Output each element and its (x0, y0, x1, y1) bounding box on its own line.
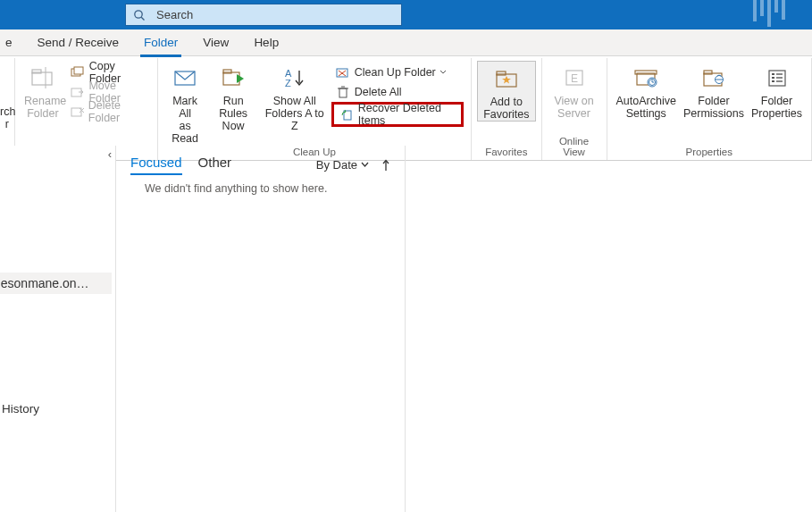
svg-rect-2 (32, 72, 52, 85)
search-placeholder: Search (156, 8, 193, 21)
rules-icon (221, 67, 246, 88)
chevron-down-icon (439, 69, 447, 76)
svg-point-0 (135, 10, 142, 17)
tab-view[interactable]: View (190, 29, 241, 56)
svg-text:E: E (571, 72, 578, 85)
svg-rect-43 (772, 80, 774, 82)
properties-icon (765, 67, 790, 88)
favorites-folder-icon (494, 68, 519, 89)
svg-rect-20 (339, 88, 347, 97)
mark-all-read-button[interactable]: Mark All as Read (163, 61, 207, 145)
recover-deleted-button[interactable]: Recover Deleted Items (337, 105, 458, 124)
sort-az-icon: AZ (281, 67, 308, 88)
autoarchive-button[interactable]: AutoArchive Settings (613, 61, 680, 120)
group-online-view: E View on Server Online View (542, 58, 607, 160)
search-icon (133, 9, 146, 21)
svg-rect-40 (776, 73, 783, 75)
tab-folder[interactable]: Folder (131, 29, 190, 56)
svg-rect-13 (223, 70, 231, 73)
content-area: ‹ miesonmane.on… History Focused Other B… (0, 146, 812, 512)
permissions-icon (701, 67, 726, 88)
svg-rect-41 (772, 77, 774, 79)
svg-text:Z: Z (285, 78, 291, 88)
collapse-handle[interactable]: ‹ (108, 147, 112, 161)
folder-properties-button[interactable]: Folder Properties (748, 61, 806, 120)
trash-icon (336, 86, 350, 98)
svg-rect-3 (32, 70, 41, 73)
folder-nav-pane: ‹ miesonmane.on… History (0, 146, 116, 512)
rename-folder-button: Rename Folder (21, 61, 65, 120)
tab-focused[interactable]: Focused (130, 155, 182, 175)
folder-rename-icon (29, 65, 56, 90)
delete-folder-button: Delete Folder (67, 102, 150, 122)
clean-up-folder-button[interactable]: Clean Up Folder (331, 63, 464, 82)
svg-rect-39 (772, 73, 774, 75)
sort-by-date[interactable]: By Date (316, 158, 369, 172)
group-favorites: Add to Favorites Favorites (472, 58, 541, 160)
message-list-pane: Focused Other By Date We didn't find any… (116, 146, 406, 512)
svg-rect-25 (497, 71, 506, 75)
svg-rect-35 (704, 71, 712, 74)
archive-icon (633, 67, 658, 88)
search-box[interactable]: Search (125, 4, 402, 26)
folder-permissions-button[interactable]: Folder Permissions (680, 61, 748, 120)
reading-pane (406, 146, 812, 512)
group-properties: AutoArchive Settings Folder Permissions … (607, 58, 812, 160)
cleanup-icon (336, 66, 350, 79)
sort-arrow-up-icon[interactable] (381, 159, 390, 172)
svg-line-1 (141, 17, 144, 20)
chevron-down-icon (361, 161, 369, 169)
delete-all-button[interactable]: Delete All (331, 82, 464, 102)
recover-highlight: Recover Deleted Items (331, 102, 464, 127)
show-all-folders-button[interactable]: AZ Show All Folders A to Z (260, 61, 330, 132)
tab-help[interactable]: Help (241, 29, 291, 56)
group-cleanup: Mark All as Read Run Rules Now AZ Show A… (158, 58, 472, 160)
ribbon-tabs: e Send / Receive Folder View Help (0, 29, 812, 56)
envelope-icon (172, 67, 197, 88)
window-decoration (753, 0, 785, 29)
add-to-favorites-button[interactable]: Add to Favorites (477, 61, 535, 122)
svg-rect-44 (776, 80, 783, 82)
nav-account-item[interactable]: miesonmane.on… (0, 273, 112, 294)
svg-rect-6 (74, 67, 83, 74)
tab-other[interactable]: Other (198, 155, 232, 175)
title-bar: Search (0, 0, 812, 29)
move-folder-icon (71, 86, 85, 98)
run-rules-button[interactable]: Run Rules Now (207, 61, 260, 132)
tab-partial[interactable]: e (4, 29, 25, 56)
group-actions: Rename Folder Copy Folder Move Folder De… (15, 58, 158, 160)
partial-button[interactable]: rch r (0, 61, 9, 130)
empty-message: We didn't find anything to show here. (130, 182, 390, 195)
nav-history-item[interactable]: History (2, 402, 39, 415)
recover-icon (340, 108, 355, 121)
delete-folder-icon (71, 105, 85, 118)
view-on-server-button: E View on Server (548, 61, 601, 120)
copy-folder-icon (71, 66, 85, 79)
svg-rect-29 (635, 71, 657, 74)
tab-send-receive[interactable]: Send / Receive (25, 29, 132, 56)
svg-rect-42 (776, 77, 783, 79)
server-icon: E (562, 67, 587, 88)
